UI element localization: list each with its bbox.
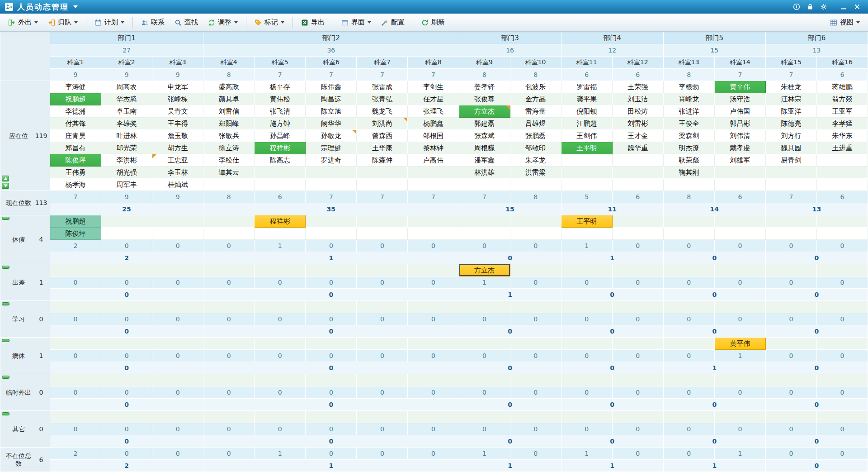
person-cell[interactable]: 谭其云 (203, 167, 255, 179)
person-cell[interactable]: 姜孝锋 (459, 81, 510, 93)
person-cell[interactable]: 颜其卓 (203, 93, 255, 105)
person-cell[interactable]: 雷海蕾 (510, 105, 561, 118)
person-cell[interactable]: 祝鹏超 (50, 215, 101, 228)
person-cell[interactable]: 孙昌峰 (255, 130, 306, 142)
person-cell[interactable]: 魏其园 (765, 142, 816, 154)
person-cell[interactable]: 郑阳峰 (203, 118, 255, 130)
person-cell[interactable]: 黄伟松 (255, 93, 306, 105)
person-cell[interactable]: 王进重 (816, 142, 868, 154)
person-cell[interactable]: 曾森西 (357, 130, 408, 142)
person-cell[interactable]: 詹玉敬 (152, 130, 203, 142)
close-button[interactable] (851, 1, 863, 12)
section-header-6[interactable]: 科室6 (306, 57, 357, 69)
person-cell[interactable]: 胡光强 (101, 167, 152, 179)
person-cell[interactable]: 邹根国 (408, 130, 459, 142)
person-cell[interactable]: 刘玉洁 (612, 93, 663, 105)
person-cell[interactable]: 王平明 (561, 142, 612, 154)
person-cell[interactable]: 陈高志 (255, 154, 306, 167)
collapse-up-icon[interactable] (2, 176, 9, 181)
toolbar-button-find[interactable]: 查找 (170, 15, 203, 30)
band-toggle-pill[interactable] (2, 266, 9, 269)
person-cell[interactable]: 江鹏超 (561, 118, 612, 130)
person-cell[interactable]: 倪阳钡 (561, 105, 612, 118)
toolbar-button-return[interactable]: 归队 (43, 15, 82, 30)
person-cell[interactable]: 王忠亚 (152, 154, 203, 167)
person-cell[interactable]: 张进洋 (663, 105, 714, 118)
dept-header-5[interactable]: 部门5 (663, 32, 765, 44)
person-cell[interactable]: 魏华重 (612, 142, 663, 154)
person-cell[interactable]: 邱光荣 (101, 142, 152, 154)
person-cell[interactable]: 方立杰 (459, 105, 510, 118)
section-header-15[interactable]: 科室15 (765, 57, 816, 69)
person-cell[interactable]: 桂灿斌 (152, 179, 203, 191)
section-header-12[interactable]: 科室12 (612, 57, 663, 69)
person-cell[interactable]: 黄平伟 (714, 81, 765, 93)
person-cell[interactable]: 明杰潦 (663, 142, 714, 154)
person-cell[interactable]: 方立杰 (459, 264, 510, 277)
person-cell[interactable]: 易青剑 (765, 154, 816, 167)
person-cell[interactable]: 吕雄煜 (510, 118, 561, 130)
person-cell[interactable]: 蒋雄鹏 (816, 81, 868, 93)
person-cell[interactable]: 叶进林 (101, 130, 152, 142)
person-cell[interactable]: 吴青文 (152, 105, 203, 118)
person-cell[interactable]: 陶昌运 (306, 93, 357, 105)
collapse-down-icon[interactable] (2, 183, 9, 189)
section-header-3[interactable]: 科室3 (152, 57, 203, 69)
person-cell[interactable]: 翁方燚 (816, 93, 868, 105)
person-cell[interactable]: 孙敏龙 (306, 130, 357, 142)
title-menu-caret-icon[interactable] (73, 5, 78, 8)
toolbar-button-ui[interactable]: 界面 (337, 15, 376, 30)
toolbar-button-plan[interactable]: 计划 (90, 15, 129, 30)
person-cell[interactable]: 宗理健 (306, 142, 357, 154)
person-cell[interactable]: 王华康 (357, 142, 408, 154)
person-cell[interactable]: 李孝猛 (816, 118, 868, 130)
person-cell[interactable]: 庄青昊 (50, 130, 101, 142)
person-cell[interactable]: 李玉林 (152, 167, 203, 179)
person-cell[interactable]: 王平明 (561, 215, 612, 228)
toolbar-button-export[interactable]: 导出 (297, 15, 329, 30)
person-cell[interactable]: 郭建磊 (459, 118, 510, 130)
toolbar-button-mark[interactable]: 标记 (250, 15, 289, 30)
person-cell[interactable]: 李德洲 (50, 105, 101, 118)
section-header-8[interactable]: 科室8 (408, 57, 459, 69)
person-cell[interactable]: 程祥彬 (255, 215, 306, 228)
minimize-button[interactable] (837, 1, 850, 12)
person-cell[interactable]: 王丰得 (152, 118, 203, 130)
section-header-11[interactable]: 科室11 (561, 57, 612, 69)
person-cell[interactable]: 李洪彬 (101, 154, 152, 167)
person-cell[interactable]: 潘军鑫 (459, 154, 510, 167)
person-cell[interactable]: 张森斌 (459, 130, 510, 142)
band-toggle-pill[interactable] (2, 412, 9, 415)
person-cell[interactable]: 汤守浩 (714, 93, 765, 105)
person-cell[interactable]: 刘雷彬 (612, 118, 663, 130)
person-cell[interactable]: 黎林钟 (408, 142, 459, 154)
person-cell[interactable]: 李根勃 (663, 81, 714, 93)
person-cell[interactable]: 刘洪尚 (357, 118, 408, 130)
dept-header-1[interactable]: 部门1 (50, 32, 203, 44)
person-cell[interactable]: 申龙军 (152, 81, 203, 93)
person-cell[interactable]: 张峰栋 (152, 93, 203, 105)
person-cell[interactable]: 卢伟国 (714, 105, 765, 118)
person-cell[interactable]: 陈俊坪 (50, 154, 101, 167)
person-cell[interactable]: 田松涛 (612, 105, 663, 118)
band-toggle-pill[interactable] (2, 217, 9, 220)
band-toggle-pill[interactable] (2, 302, 9, 305)
person-cell[interactable]: 陈俊坪 (50, 228, 101, 240)
person-cell[interactable]: 包波乐 (510, 81, 561, 93)
person-cell[interactable]: 杨平存 (255, 81, 306, 93)
person-cell[interactable]: 杨鹏鑫 (408, 118, 459, 130)
person-cell[interactable]: 朱桂龙 (765, 81, 816, 93)
section-header-7[interactable]: 科室7 (357, 57, 408, 69)
person-cell[interactable]: 黄平伟 (714, 338, 765, 350)
person-cell[interactable]: 李雄奖 (101, 118, 152, 130)
person-cell[interactable]: 金方晶 (510, 93, 561, 105)
person-cell[interactable]: 张飞清 (255, 105, 306, 118)
section-header-5[interactable]: 科室5 (255, 57, 306, 69)
person-cell[interactable]: 任才星 (408, 93, 459, 105)
person-cell[interactable]: 周军丰 (101, 179, 152, 191)
toolbar-button-contact[interactable]: 联系 (137, 15, 169, 30)
toolbar-button-go-out[interactable]: 外出 (4, 15, 42, 30)
section-header-4[interactable]: 科室4 (203, 57, 255, 69)
dept-header-4[interactable]: 部门4 (561, 32, 663, 44)
person-cell[interactable]: 卢高伟 (408, 154, 459, 167)
